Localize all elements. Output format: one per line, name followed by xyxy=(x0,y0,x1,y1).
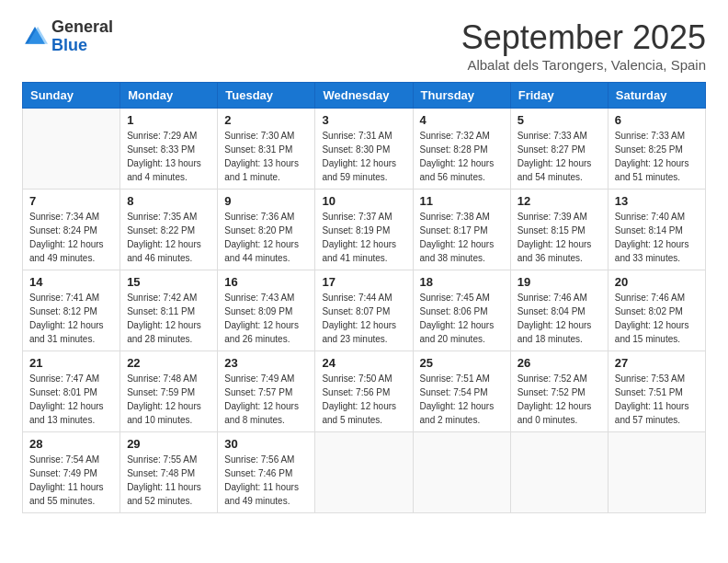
calendar-cell: 1Sunrise: 7:29 AMSunset: 8:33 PMDaylight… xyxy=(120,109,218,190)
calendar-cell: 26Sunrise: 7:52 AMSunset: 7:52 PMDayligh… xyxy=(510,351,608,432)
header: General Blue September 2025 Albalat dels… xyxy=(22,18,706,73)
calendar-cell xyxy=(23,109,120,190)
day-info: Sunrise: 7:33 AMSunset: 8:27 PMDaylight:… xyxy=(518,129,601,184)
location-subtitle: Albalat dels Tarongers, Valencia, Spain xyxy=(461,57,706,73)
day-number: 4 xyxy=(420,113,504,127)
calendar-week-row: 14Sunrise: 7:41 AMSunset: 8:12 PMDayligh… xyxy=(23,270,706,351)
month-title: September 2025 xyxy=(461,18,706,57)
day-info: Sunrise: 7:55 AMSunset: 7:48 PMDaylight:… xyxy=(127,453,210,508)
calendar-cell: 10Sunrise: 7:37 AMSunset: 8:19 PMDayligh… xyxy=(315,190,413,270)
logo-general-text: General xyxy=(51,18,113,37)
day-number: 26 xyxy=(518,356,601,370)
calendar-cell: 3Sunrise: 7:31 AMSunset: 8:30 PMDaylight… xyxy=(315,109,413,190)
day-info: Sunrise: 7:37 AMSunset: 8:19 PMDaylight:… xyxy=(322,210,405,265)
page: General Blue September 2025 Albalat dels… xyxy=(0,0,728,532)
day-number: 10 xyxy=(322,194,405,208)
calendar-week-row: 21Sunrise: 7:47 AMSunset: 8:01 PMDayligh… xyxy=(23,351,706,432)
weekday-header-friday: Friday xyxy=(510,83,608,109)
day-info: Sunrise: 7:38 AMSunset: 8:17 PMDaylight:… xyxy=(420,210,504,265)
title-block: September 2025 Albalat dels Tarongers, V… xyxy=(461,18,706,73)
day-number: 21 xyxy=(29,356,113,370)
day-number: 8 xyxy=(127,194,210,208)
calendar-cell: 30Sunrise: 7:56 AMSunset: 7:46 PMDayligh… xyxy=(218,432,315,513)
calendar-cell: 27Sunrise: 7:53 AMSunset: 7:51 PMDayligh… xyxy=(608,351,705,432)
calendar-cell: 9Sunrise: 7:36 AMSunset: 8:20 PMDaylight… xyxy=(218,190,315,270)
day-number: 16 xyxy=(224,275,308,289)
day-number: 7 xyxy=(29,194,113,208)
day-info: Sunrise: 7:46 AMSunset: 8:04 PMDaylight:… xyxy=(518,291,601,346)
day-info: Sunrise: 7:45 AMSunset: 8:06 PMDaylight:… xyxy=(420,291,504,346)
calendar-cell: 8Sunrise: 7:35 AMSunset: 8:22 PMDaylight… xyxy=(120,190,218,270)
calendar-week-row: 7Sunrise: 7:34 AMSunset: 8:24 PMDaylight… xyxy=(23,190,706,270)
day-number: 1 xyxy=(127,113,210,127)
day-number: 19 xyxy=(518,275,601,289)
day-info: Sunrise: 7:52 AMSunset: 7:52 PMDaylight:… xyxy=(518,372,601,427)
weekday-header-saturday: Saturday xyxy=(608,83,705,109)
calendar-cell: 6Sunrise: 7:33 AMSunset: 8:25 PMDaylight… xyxy=(608,109,705,190)
day-number: 30 xyxy=(224,437,308,451)
calendar-cell: 2Sunrise: 7:30 AMSunset: 8:31 PMDaylight… xyxy=(218,109,315,190)
calendar-cell: 13Sunrise: 7:40 AMSunset: 8:14 PMDayligh… xyxy=(608,190,705,270)
logo-blue-text: Blue xyxy=(51,37,113,55)
calendar-cell: 22Sunrise: 7:48 AMSunset: 7:59 PMDayligh… xyxy=(120,351,218,432)
day-number: 14 xyxy=(29,275,113,289)
day-number: 29 xyxy=(127,437,210,451)
weekday-header-thursday: Thursday xyxy=(413,83,510,109)
day-info: Sunrise: 7:29 AMSunset: 8:33 PMDaylight:… xyxy=(127,129,210,184)
calendar-cell: 5Sunrise: 7:33 AMSunset: 8:27 PMDaylight… xyxy=(510,109,608,190)
calendar-cell: 17Sunrise: 7:44 AMSunset: 8:07 PMDayligh… xyxy=(315,270,413,351)
day-number: 12 xyxy=(518,194,601,208)
day-number: 25 xyxy=(420,356,504,370)
calendar-cell: 7Sunrise: 7:34 AMSunset: 8:24 PMDaylight… xyxy=(23,190,120,270)
day-info: Sunrise: 7:49 AMSunset: 7:57 PMDaylight:… xyxy=(224,372,308,427)
day-info: Sunrise: 7:47 AMSunset: 8:01 PMDaylight:… xyxy=(29,372,113,427)
day-info: Sunrise: 7:31 AMSunset: 8:30 PMDaylight:… xyxy=(322,129,405,184)
day-number: 27 xyxy=(615,356,699,370)
day-number: 6 xyxy=(615,113,699,127)
calendar-cell: 19Sunrise: 7:46 AMSunset: 8:04 PMDayligh… xyxy=(510,270,608,351)
day-number: 23 xyxy=(224,356,308,370)
calendar-cell: 11Sunrise: 7:38 AMSunset: 8:17 PMDayligh… xyxy=(413,190,510,270)
calendar-week-row: 28Sunrise: 7:54 AMSunset: 7:49 PMDayligh… xyxy=(23,432,706,513)
logo: General Blue xyxy=(22,18,113,55)
day-info: Sunrise: 7:46 AMSunset: 8:02 PMDaylight:… xyxy=(615,291,699,346)
day-info: Sunrise: 7:33 AMSunset: 8:25 PMDaylight:… xyxy=(615,129,699,184)
day-number: 24 xyxy=(322,356,405,370)
calendar-cell xyxy=(315,432,413,513)
calendar-cell: 16Sunrise: 7:43 AMSunset: 8:09 PMDayligh… xyxy=(218,270,315,351)
day-info: Sunrise: 7:41 AMSunset: 8:12 PMDaylight:… xyxy=(29,291,113,346)
day-info: Sunrise: 7:42 AMSunset: 8:11 PMDaylight:… xyxy=(127,291,210,346)
calendar-cell: 15Sunrise: 7:42 AMSunset: 8:11 PMDayligh… xyxy=(120,270,218,351)
day-info: Sunrise: 7:34 AMSunset: 8:24 PMDaylight:… xyxy=(29,210,113,265)
calendar-cell xyxy=(608,432,705,513)
calendar-cell: 21Sunrise: 7:47 AMSunset: 8:01 PMDayligh… xyxy=(23,351,120,432)
weekday-header-wednesday: Wednesday xyxy=(315,83,413,109)
day-info: Sunrise: 7:51 AMSunset: 7:54 PMDaylight:… xyxy=(420,372,504,427)
day-number: 3 xyxy=(322,113,405,127)
calendar-table: SundayMondayTuesdayWednesdayThursdayFrid… xyxy=(22,82,706,513)
calendar-cell: 14Sunrise: 7:41 AMSunset: 8:12 PMDayligh… xyxy=(23,270,120,351)
calendar-cell xyxy=(413,432,510,513)
logo-icon xyxy=(22,24,48,50)
day-info: Sunrise: 7:39 AMSunset: 8:15 PMDaylight:… xyxy=(518,210,601,265)
day-info: Sunrise: 7:30 AMSunset: 8:31 PMDaylight:… xyxy=(224,129,308,184)
day-info: Sunrise: 7:40 AMSunset: 8:14 PMDaylight:… xyxy=(615,210,699,265)
weekday-header-monday: Monday xyxy=(120,83,218,109)
logo-text: General Blue xyxy=(51,18,113,55)
day-info: Sunrise: 7:44 AMSunset: 8:07 PMDaylight:… xyxy=(322,291,405,346)
calendar-cell: 12Sunrise: 7:39 AMSunset: 8:15 PMDayligh… xyxy=(510,190,608,270)
day-info: Sunrise: 7:35 AMSunset: 8:22 PMDaylight:… xyxy=(127,210,210,265)
day-info: Sunrise: 7:43 AMSunset: 8:09 PMDaylight:… xyxy=(224,291,308,346)
day-number: 28 xyxy=(29,437,113,451)
calendar-cell: 28Sunrise: 7:54 AMSunset: 7:49 PMDayligh… xyxy=(23,432,120,513)
calendar-cell: 23Sunrise: 7:49 AMSunset: 7:57 PMDayligh… xyxy=(218,351,315,432)
day-info: Sunrise: 7:36 AMSunset: 8:20 PMDaylight:… xyxy=(224,210,308,265)
day-number: 5 xyxy=(518,113,601,127)
calendar-cell xyxy=(510,432,608,513)
day-info: Sunrise: 7:56 AMSunset: 7:46 PMDaylight:… xyxy=(224,453,308,508)
day-number: 13 xyxy=(615,194,699,208)
day-info: Sunrise: 7:53 AMSunset: 7:51 PMDaylight:… xyxy=(615,372,699,427)
calendar-header-row: SundayMondayTuesdayWednesdayThursdayFrid… xyxy=(23,83,706,109)
day-info: Sunrise: 7:54 AMSunset: 7:49 PMDaylight:… xyxy=(29,453,113,508)
day-info: Sunrise: 7:48 AMSunset: 7:59 PMDaylight:… xyxy=(127,372,210,427)
